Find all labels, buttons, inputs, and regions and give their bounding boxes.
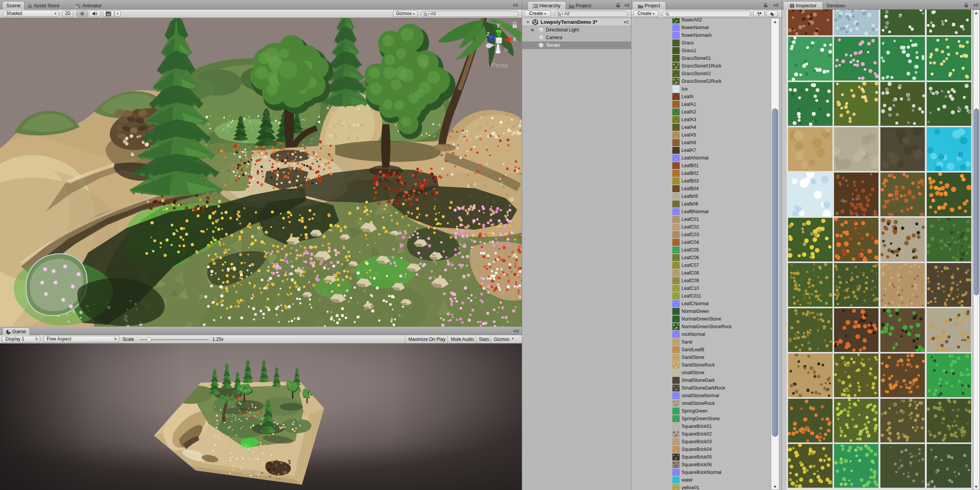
svg-text:y: y: [497, 21, 500, 28]
svg-text:z: z: [487, 30, 490, 37]
svg-text:‹ Persp: ‹ Persp: [487, 62, 508, 69]
svg-text:x: x: [513, 36, 516, 42]
